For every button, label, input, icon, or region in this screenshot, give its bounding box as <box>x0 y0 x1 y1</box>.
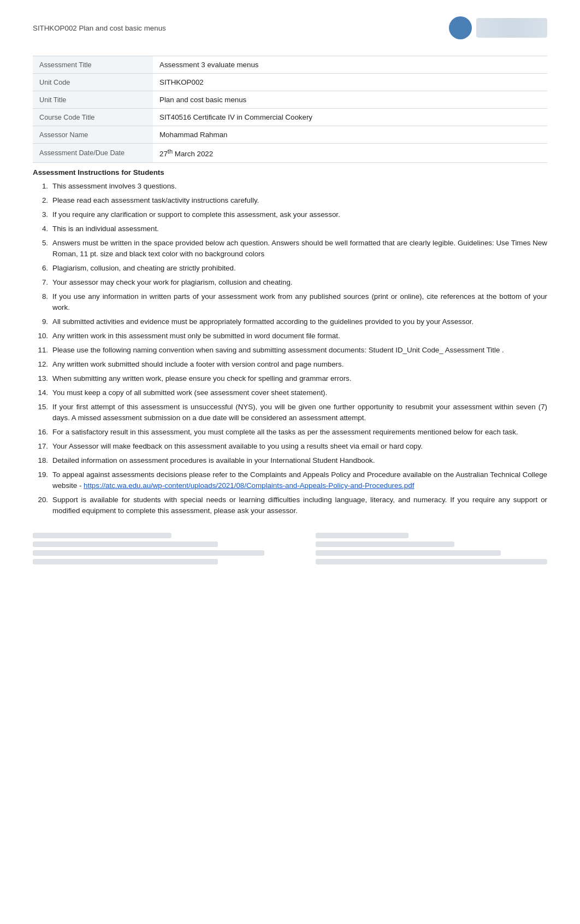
instruction-item-15: 15.If your first attempt of this assessm… <box>33 402 547 423</box>
instruction-item-5: 5.Answers must be written in the space p… <box>33 238 547 260</box>
logo-circle-icon <box>449 16 472 39</box>
info-label-2: Unit Title <box>33 91 153 109</box>
instruction-num-4: 4. <box>33 223 48 234</box>
instruction-text-14: You must keep a copy of all submitted wo… <box>52 387 547 398</box>
header-title: SITHKOP002 Plan and cost basic menus <box>33 24 166 32</box>
instruction-item-8: 8.If you use any information in written … <box>33 291 547 313</box>
instructions-section: Assessment Instructions for Students 1.T… <box>33 168 547 516</box>
instruction-text-13: When submitting any written work, please… <box>52 373 547 384</box>
instruction-num-13: 13. <box>33 373 48 384</box>
instruction-text-20: Support is available for students with s… <box>52 495 547 516</box>
footer-line-4 <box>33 559 218 564</box>
instruction-num-10: 10. <box>33 331 48 342</box>
info-table: Assessment TitleAssessment 3 evaluate me… <box>33 56 547 163</box>
instructions-list: 1.This assessment involves 3 questions.2… <box>33 181 547 516</box>
instructions-heading: Assessment Instructions for Students <box>33 168 547 176</box>
instruction-item-13: 13.When submitting any written work, ple… <box>33 373 547 384</box>
instruction-num-9: 9. <box>33 316 48 327</box>
info-label-0: Assessment Title <box>33 56 153 74</box>
instruction-num-5: 5. <box>33 238 48 260</box>
footer-blurred <box>33 533 547 568</box>
logo-text <box>476 18 547 38</box>
footer-right <box>316 533 547 568</box>
instruction-text-4: This is an individual assessment. <box>52 223 547 234</box>
info-label-4: Assessor Name <box>33 126 153 144</box>
instruction-num-7: 7. <box>33 277 48 288</box>
info-value-1: SITHKOP002 <box>153 74 547 91</box>
instruction-item-1: 1.This assessment involves 3 questions. <box>33 181 547 192</box>
instruction-num-14: 14. <box>33 387 48 398</box>
instruction-text-15: If your first attempt of this assessment… <box>52 402 547 423</box>
complaints-link[interactable]: https://atc.wa.edu.au/wp-content/uploads… <box>84 481 414 490</box>
instruction-num-16: 16. <box>33 427 48 438</box>
instruction-num-8: 8. <box>33 291 48 313</box>
instruction-item-20: 20.Support is available for students wit… <box>33 495 547 516</box>
info-value-4: Mohammad Rahman <box>153 126 547 144</box>
instruction-num-11: 11. <box>33 345 48 356</box>
instruction-item-2: 2.Please read each assessment task/activ… <box>33 195 547 206</box>
instruction-text-7: Your assessor may check your work for pl… <box>52 277 547 288</box>
instruction-item-11: 11.Please use the following naming conve… <box>33 345 547 356</box>
instruction-text-8: If you use any information in written pa… <box>52 291 547 313</box>
instruction-item-6: 6.Plagiarism, collusion, and cheating ar… <box>33 263 547 274</box>
info-value-2: Plan and cost basic menus <box>153 91 547 109</box>
instruction-item-17: 17.Your Assessor will make feedback on t… <box>33 441 547 452</box>
instruction-text-16: For a satisfactory result in this assess… <box>52 427 547 438</box>
info-label-1: Unit Code <box>33 74 153 91</box>
instruction-text-1: This assessment involves 3 questions. <box>52 181 547 192</box>
instruction-item-19: 19.To appeal against assessments decisio… <box>33 469 547 491</box>
instruction-text-18: Detailed information on assessment proce… <box>52 455 547 466</box>
page-container: SITHKOP002 Plan and cost basic menus Ass… <box>0 0 580 924</box>
instruction-num-18: 18. <box>33 455 48 466</box>
instruction-item-4: 4.This is an individual assessment. <box>33 223 547 234</box>
instruction-text-2: Please read each assessment task/activit… <box>52 195 547 206</box>
instruction-text-3: If you require any clarification or supp… <box>52 209 547 220</box>
instruction-num-20: 20. <box>33 495 48 516</box>
footer-line-8 <box>316 559 547 564</box>
footer-left <box>33 533 264 568</box>
instruction-text-11: Please use the following naming conventi… <box>52 345 547 356</box>
instruction-num-1: 1. <box>33 181 48 192</box>
instruction-item-9: 9.All submitted activities and evidence … <box>33 316 547 327</box>
instruction-item-16: 16.For a satisfactory result in this ass… <box>33 427 547 438</box>
footer-line-3 <box>33 550 264 556</box>
instruction-item-12: 12.Any written work submitted should inc… <box>33 359 547 370</box>
logo-area <box>449 16 547 39</box>
instruction-num-3: 3. <box>33 209 48 220</box>
footer-line-1 <box>33 533 171 538</box>
instruction-text-9: All submitted activities and evidence mu… <box>52 316 547 327</box>
instruction-num-15: 15. <box>33 402 48 423</box>
info-label-3: Course Code Title <box>33 109 153 126</box>
instruction-item-14: 14.You must keep a copy of all submitted… <box>33 387 547 398</box>
info-value-3: SIT40516 Certificate IV in Commercial Co… <box>153 109 547 126</box>
instruction-num-17: 17. <box>33 441 48 452</box>
instruction-num-19: 19. <box>33 469 48 491</box>
instruction-text-12: Any written work submitted should includ… <box>52 359 547 370</box>
instruction-text-5: Answers must be written in the space pro… <box>52 238 547 260</box>
footer-line-2 <box>33 542 218 547</box>
instruction-item-7: 7.Your assessor may check your work for … <box>33 277 547 288</box>
instruction-num-6: 6. <box>33 263 48 274</box>
info-value-5: 27th March 2022 <box>153 144 547 163</box>
instruction-num-12: 12. <box>33 359 48 370</box>
footer-line-6 <box>316 542 454 547</box>
footer-line-5 <box>316 533 409 538</box>
instruction-text-10: Any written work in this assessment must… <box>52 331 547 342</box>
instruction-item-18: 18.Detailed information on assessment pr… <box>33 455 547 466</box>
instruction-num-2: 2. <box>33 195 48 206</box>
footer-line-7 <box>316 550 501 556</box>
instruction-item-3: 3.If you require any clarification or su… <box>33 209 547 220</box>
instruction-text-19: To appeal against assessments decisions … <box>52 469 547 491</box>
info-label-5: Assessment Date/Due Date <box>33 144 153 163</box>
instruction-text-6: Plagiarism, collusion, and cheating are … <box>52 263 547 274</box>
info-value-0: Assessment 3 evaluate menus <box>153 56 547 74</box>
header-bar: SITHKOP002 Plan and cost basic menus <box>33 16 547 39</box>
instruction-item-10: 10.Any written work in this assessment m… <box>33 331 547 342</box>
instruction-text-17: Your Assessor will make feedback on this… <box>52 441 547 452</box>
